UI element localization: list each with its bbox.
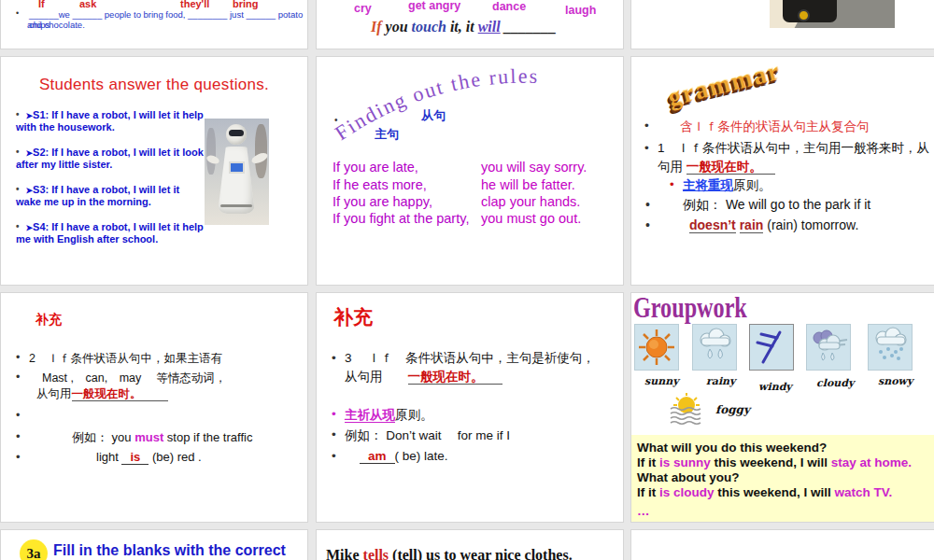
grammar-principle: • 主将重现原则。 [683,177,771,194]
tense-highlight: 一般现在时。 [408,370,502,385]
slide-thumbnail-robot-photo[interactable] [630,0,934,49]
humanoid-robot-photo [205,119,269,225]
rule-text: Mast , can, may 等情态动词， [42,371,226,385]
slide-title: Students answer the questions. [1,76,307,94]
robot-visor-shape [229,130,244,136]
tense-highlight: 一般现在时。 [686,160,775,175]
arrow-icon: ➤ [26,186,34,195]
option-word: cry [354,2,372,15]
slide-title: Finding out the rules [331,64,539,145]
main-clause-text: clap your hands. [481,194,580,209]
condition-highlight: is cloudy [659,485,715,499]
list-item: •➤S3: If I have a robot, I will let it w… [16,184,205,208]
action-highlight: stay at home. [831,455,912,469]
rule-line: 从句用一般现在时。 [36,386,168,402]
example-text: ( be) late. [395,449,448,463]
example-text: light [96,450,121,464]
option-word: dance [492,0,526,13]
bullet-dot: • [16,450,21,464]
condition-highlight: is sunny [659,455,711,469]
cloudy-icon [806,324,851,371]
hint-word: ask [79,0,96,9]
sentence-text: Mike [326,547,363,560]
slide-thumbnail-finding-rules[interactable]: Finding out the rules • 从句 主句 If you are… [316,56,624,286]
option-word: laugh [565,4,596,17]
student-answer: S3: If I have a robot, I will let it wak… [16,184,179,207]
slide-thumbnail-groupwork[interactable]: Groupwork sunny rainy windy cloudy snowy… [630,292,934,523]
dialog-question: What will you do this weekend? [637,441,827,455]
hint-word: If [38,0,45,9]
slide-thumbnail-grammar[interactable]: grammar •含Ｉｆ条件的状语从句主从复合句 •1 Ｉｆ条件状语从句中，主句… [630,56,934,286]
slide-title: 补充 [35,312,62,329]
foggy-icon [669,392,704,426]
bullet-dot: • [644,119,649,133]
example-text: (rain) tomorrow. [763,217,858,232]
person-shape [255,124,267,178]
bullet-dot: • [645,197,650,212]
example-line: •例如： you must stop if the traffic [72,429,252,446]
if-clause-text: If you fight at the party, [333,211,469,226]
grammar-wordart: grammar [665,57,784,113]
bullet-dot: • [670,177,674,191]
weather-label: snowy [878,375,913,387]
rule-line: •2 Ｉｆ条件状语从句中，如果主语有 [29,351,222,367]
slide-thumbnail-3a-exercise[interactable]: 3a Fill in the blanks with the correct [0,529,308,560]
weather-label: windy [758,381,792,393]
weather-label: cloudy [816,377,854,389]
robot-base-shape [220,204,252,207]
dialog-answer: If it is cloudy this weekend, I will wat… [637,485,892,499]
main-clause-text: you will say sorry. [481,160,587,175]
robot-screen-shape [229,161,245,174]
bullet-dot: • [16,409,20,422]
slide-thumbnail-supplement-2[interactable]: 补充 •2 Ｉｆ条件状语从句中，如果主语有 •Mast , can, may 等… [0,292,308,523]
svg-text:Finding out the rules: Finding out the rules [331,64,539,145]
section-badge: 3a [20,539,48,560]
exercise-line: and chocolate. [27,20,85,30]
student-answer: S1: If I have a robot, I will let it hel… [16,109,204,133]
weather-label: sunny [644,375,679,387]
bullet-dot: • [16,371,20,384]
word-you: you [386,19,412,35]
bullet-dot: • [16,221,20,231]
rule-text: 原则。 [395,408,433,422]
main-clause-text: you must go out. [481,211,581,226]
dialog-text: If it [637,455,659,469]
option-word: get angry [408,0,460,12]
slide-thumbnail-supplement-3[interactable]: 补充 •3 Ｉｆ 条件状语从句中，主句是祈使句，从句用 一般现在时。 •主祈从现… [316,292,624,523]
slide-title: Fill in the blanks with the correct [53,542,286,559]
sunny-icon [634,324,679,371]
principle-line: •主祈从现原则。 [345,407,433,424]
if-clause-text: If you are late, [333,160,418,175]
list-item: •➤S2: If I have a robot, I will let it l… [16,147,205,171]
example-text: 例如： We will go to the park if it [683,197,870,212]
main-clause-label: 主句 [375,126,399,143]
bullet-dot: • [16,109,20,119]
example-line: •例如： Don’t wait for me if I [345,427,510,444]
slide-title: Groupwork [633,292,747,325]
if-clause-text: If he eats more, [333,177,427,192]
answer-blank: is [121,450,149,465]
windy-icon [749,324,794,371]
hint-word: they'll [180,0,209,9]
exercise-sentence: Mike tells (tell) us to wear nice clothe… [326,547,573,560]
bullet-dot: • [332,349,336,368]
bullet-dot: • [644,139,649,158]
slide-thumbnail-fill-blanks-if[interactable]: If ask they'll bring • ______we ______ p… [0,0,308,49]
snowy-icon [868,324,913,371]
answer-word: tells [363,547,389,560]
slide-thumbnail-students-answer[interactable]: Students answer the questions. •➤S1: If … [0,56,308,286]
rule-text: 从句用 [345,370,408,384]
blank-line: _______ [501,19,557,35]
slide-title: 补充 [333,304,373,330]
bullet-dot: • [16,8,19,18]
rule-text: 3 Ｉｆ 条件状语从句中，主句是祈使句， [345,351,595,365]
arrow-icon: ➤ [26,223,34,232]
slide-thumbnail-mike-tells[interactable]: Mike tells (tell) us to wear nice clothe… [316,529,624,560]
slide-thumbnail-touch-it[interactable]: cry get angry dance laugh If you touch i… [316,0,624,49]
example-answer-line: •light is (be) red . [96,450,202,464]
sentence-line: If you touch it, it will _______ [371,19,557,35]
answer-word: am [368,449,387,463]
rule-line: •3 Ｉｆ 条件状语从句中，主句是祈使句，从句用 一般现在时。 [345,349,617,387]
slide-thumbnail-blank[interactable] [630,529,934,560]
bullet-dot: • [332,407,336,421]
